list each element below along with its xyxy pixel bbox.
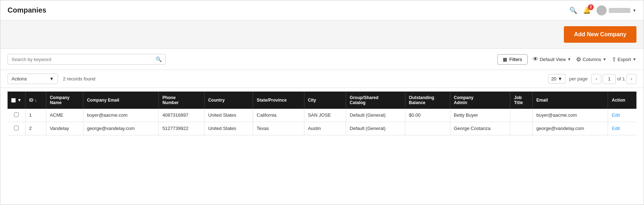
cell-phone-number: 4087316897: [158, 109, 204, 122]
cell-country: United States: [204, 122, 253, 135]
col-header-state-province[interactable]: State/Province: [253, 92, 304, 109]
pager-total: of 1: [617, 76, 625, 81]
filters-label: Filters: [509, 57, 522, 62]
cell-company-name: ACME: [46, 109, 83, 122]
col-header-company-admin[interactable]: CompanyAdmin: [450, 92, 510, 109]
search-input[interactable]: [12, 57, 156, 62]
col-header-phone-number[interactable]: PhoneNumber: [158, 92, 204, 109]
col-header-outstanding-balance[interactable]: OutstandingBalance: [405, 92, 450, 109]
per-page-label: per page: [569, 76, 588, 81]
chevron-down-icon: ▼: [632, 8, 636, 13]
col-header-company-email[interactable]: Company Email: [83, 92, 158, 109]
records-found: 2 records found: [63, 76, 95, 81]
table-header-row: ▼ ID ↓ CompanyName Company Email PhoneNu…: [8, 92, 636, 109]
avatar: [597, 5, 607, 15]
table-row: 2 Vandelay george@vandelay.com 512773992…: [8, 122, 636, 135]
export-label: Export: [618, 57, 631, 62]
col-header-action: Action: [608, 92, 636, 109]
edit-link[interactable]: Edit: [612, 112, 620, 118]
columns-label: Columns: [583, 57, 601, 62]
cell-group-catalog: Default (General): [346, 122, 405, 135]
col-header-email[interactable]: Email: [533, 92, 608, 109]
select-all-header[interactable]: ▼: [8, 92, 25, 109]
edit-link[interactable]: Edit: [612, 126, 620, 131]
cell-outstanding-balance: [405, 122, 450, 135]
cell-company-email: george@vandelay.com: [83, 122, 158, 135]
cell-company-name: Vandelay: [46, 122, 83, 135]
cell-job-title: [510, 109, 533, 122]
cell-job-title: [510, 122, 533, 135]
default-view-label: Default View: [540, 57, 566, 62]
cell-country: United States: [204, 109, 253, 122]
actions-bar: Actions ▼ 2 records found 20 ▼ per page …: [0, 70, 644, 88]
pager-prev-button[interactable]: ‹: [591, 74, 601, 84]
search-icon[interactable]: 🔍: [569, 6, 577, 14]
user-menu[interactable]: ▼: [597, 5, 636, 15]
search-icon: 🔍: [156, 56, 162, 62]
cell-action[interactable]: Edit: [608, 122, 636, 135]
col-header-group-catalog[interactable]: Group/SharedCatalog: [346, 92, 405, 109]
add-new-company-button[interactable]: Add New Company: [564, 26, 636, 43]
row-checkbox-cell[interactable]: [8, 109, 25, 122]
companies-table-wrapper: ▼ ID ↓ CompanyName Company Email PhoneNu…: [0, 92, 644, 143]
cell-city: SAN JOSE: [304, 109, 346, 122]
cell-company-admin: George Costanza: [450, 122, 510, 135]
chevron-down-icon[interactable]: ▼: [17, 98, 22, 103]
actions-dropdown[interactable]: Actions ▼: [8, 74, 58, 84]
search-box[interactable]: 🔍: [8, 54, 166, 65]
cell-email: george@vandelay.com: [533, 122, 608, 135]
table-row: 1 ACME buyer@aacme.com 4087316897 United…: [8, 109, 636, 122]
eye-icon: 👁: [533, 56, 538, 62]
cell-group-catalog: Default (General): [346, 109, 405, 122]
chevron-down-icon: ▼: [49, 76, 54, 81]
filters-button[interactable]: ▦ Filters: [497, 54, 527, 65]
notifications-bell[interactable]: 🔔 2: [583, 6, 591, 14]
select-all-checkbox[interactable]: [11, 98, 16, 103]
cell-company-admin: Betty Buyer: [450, 109, 510, 122]
col-header-job-title[interactable]: JobTitle: [510, 92, 533, 109]
user-name: [609, 8, 630, 13]
cell-city: Austin: [304, 122, 346, 135]
row-checkbox[interactable]: [14, 112, 19, 117]
banner-area: Add New Company: [0, 20, 644, 49]
per-page-selector[interactable]: 20 ▼: [548, 74, 566, 84]
export-control[interactable]: ⇧ Export ▼: [612, 56, 636, 63]
cell-outstanding-balance: $0.00: [405, 109, 450, 122]
default-view-control[interactable]: 👁 Default View ▼: [533, 56, 571, 62]
cell-company-email: buyer@aacme.com: [83, 109, 158, 122]
row-checkbox[interactable]: [14, 126, 19, 130]
chevron-down-icon: ▼: [632, 57, 636, 61]
cell-state-province: Texas: [253, 122, 304, 135]
cell-phone-number: 5127739922: [158, 122, 204, 135]
cell-id: 2: [25, 122, 46, 135]
filter-icon: ▦: [503, 57, 507, 62]
pager-next-button[interactable]: ›: [626, 74, 636, 84]
search-toolbar: 🔍 ▦ Filters 👁 Default View ▼ ⚙ Columns ▼…: [0, 49, 644, 70]
page-title: Companies: [8, 6, 46, 14]
col-header-company-name[interactable]: CompanyName: [46, 92, 83, 109]
pager-current-page: 1: [603, 74, 616, 84]
notifications-badge: 2: [588, 4, 594, 10]
cell-state-province: California: [253, 109, 304, 122]
companies-table: ▼ ID ↓ CompanyName Company Email PhoneNu…: [8, 92, 636, 135]
per-page-value: 20: [551, 76, 556, 81]
col-header-country[interactable]: Country: [204, 92, 253, 109]
col-header-city[interactable]: City: [304, 92, 346, 109]
actions-label: Actions: [12, 76, 27, 81]
cell-email: buyer@aacme.com: [533, 109, 608, 122]
chevron-down-icon: ▼: [558, 76, 562, 81]
cell-id: 1: [25, 109, 46, 122]
chevron-down-icon: ▼: [603, 57, 607, 61]
chevron-down-icon: ▼: [567, 57, 571, 61]
cell-action[interactable]: Edit: [608, 109, 636, 122]
export-icon: ⇧: [612, 56, 616, 63]
col-header-id[interactable]: ID ↓: [25, 92, 46, 109]
columns-control[interactable]: ⚙ Columns ▼: [576, 56, 606, 63]
gear-icon: ⚙: [576, 56, 581, 63]
row-checkbox-cell[interactable]: [8, 122, 25, 135]
